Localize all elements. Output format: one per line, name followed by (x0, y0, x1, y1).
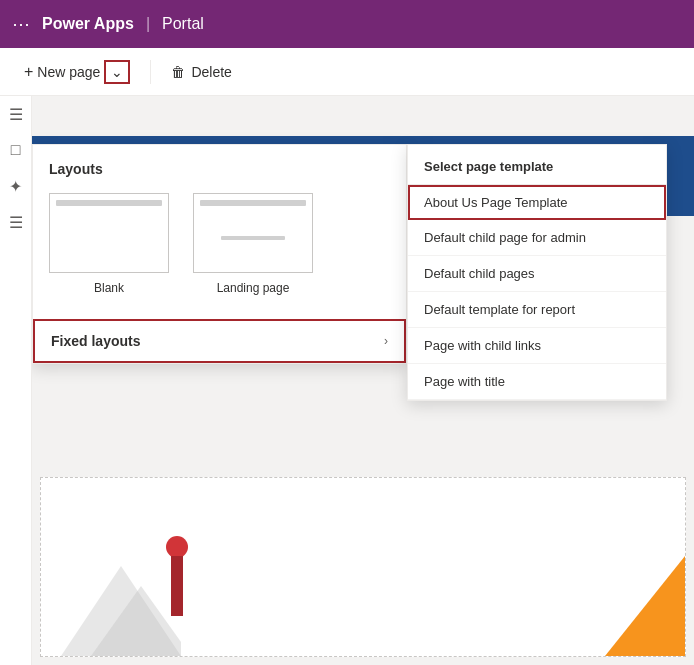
new-page-chevron[interactable]: ⌄ (104, 60, 130, 84)
template-item-page-child-links[interactable]: Page with child links (408, 328, 666, 364)
fixed-layouts-row[interactable]: Fixed layouts › (33, 319, 406, 363)
canvas-area: Contoso Contoso Layouts (32, 96, 694, 665)
delete-label: Delete (191, 64, 231, 80)
sidebar-icon-4[interactable]: ☰ (6, 212, 26, 232)
sidebar-icon-1[interactable]: ☰ (6, 104, 26, 124)
dropdown-panel: Layouts Blank (32, 144, 407, 364)
blank-layout-thumb (49, 193, 169, 273)
template-item-about-us[interactable]: About Us Page Template (408, 185, 666, 220)
template-item-default-child-pages[interactable]: Default child pages (408, 256, 666, 292)
new-page-button[interactable]: + New page ⌄ (16, 54, 138, 90)
landing-page-label: Landing page (217, 281, 290, 295)
toolbar: + New page ⌄ 🗑 Delete (0, 48, 694, 96)
app-header: ⋯ Power Apps | Portal (0, 0, 694, 48)
main-area: ☰ □ ✦ ☰ Contoso Contoso (0, 96, 694, 665)
layouts-section: Layouts Blank (33, 145, 406, 319)
orange-shape (605, 556, 685, 656)
thumb-bar-top (56, 200, 162, 206)
blank-layout-item[interactable]: Blank (49, 193, 169, 295)
template-panel-title: Select page template (408, 145, 666, 185)
fixed-layouts-label: Fixed layouts (51, 333, 140, 349)
thumb-bar-mid (221, 236, 285, 240)
mountain-svg (61, 556, 181, 656)
chevron-right-icon: › (384, 334, 388, 348)
blank-label: Blank (94, 281, 124, 295)
template-list: About Us Page Template Default child pag… (408, 185, 666, 400)
landing-page-layout-thumb (193, 193, 313, 273)
red-bar (171, 556, 183, 616)
delete-icon: 🗑 (171, 64, 185, 80)
layouts-grid: Blank Landing page (49, 193, 390, 303)
template-panel: Select page template About Us Page Templ… (407, 144, 667, 401)
left-sidebar: ☰ □ ✦ ☰ (0, 96, 32, 665)
template-item-default-template-report[interactable]: Default template for report (408, 292, 666, 328)
red-circle (166, 536, 188, 558)
canvas-bottom-area (40, 477, 686, 657)
layouts-title: Layouts (49, 161, 390, 177)
toolbar-separator (150, 60, 151, 84)
new-page-label: New page (37, 64, 100, 80)
grid-icon[interactable]: ⋯ (12, 13, 30, 35)
sidebar-icon-3[interactable]: ✦ (6, 176, 26, 196)
header-separator: | (146, 15, 150, 33)
landing-page-layout-item[interactable]: Landing page (193, 193, 313, 295)
template-item-default-child-admin[interactable]: Default child page for admin (408, 220, 666, 256)
plus-icon: + (24, 63, 33, 81)
delete-button[interactable]: 🗑 Delete (163, 58, 239, 86)
portal-name: Portal (162, 15, 204, 33)
thumb-bar-top-2 (200, 200, 306, 206)
sidebar-icon-2[interactable]: □ (6, 140, 26, 160)
template-item-page-title[interactable]: Page with title (408, 364, 666, 400)
app-name: Power Apps (42, 15, 134, 33)
